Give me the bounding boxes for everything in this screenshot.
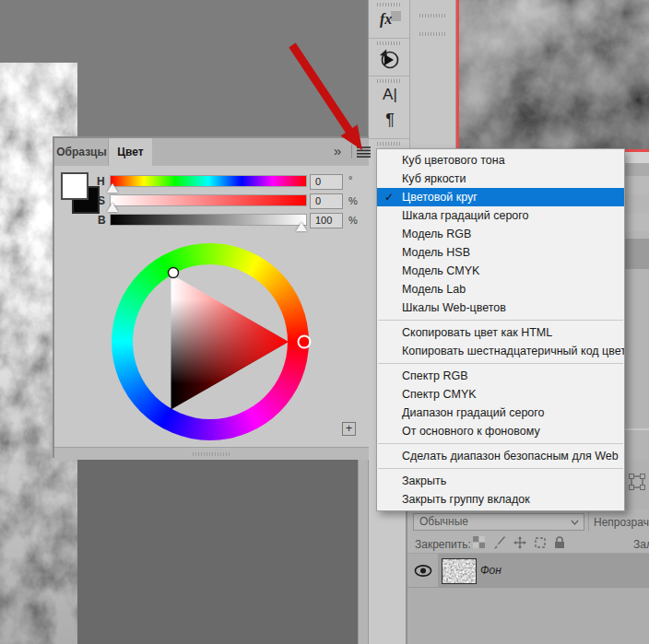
document-image-right xyxy=(456,0,649,152)
divider xyxy=(351,145,352,158)
brightness-slider-track[interactable] xyxy=(111,215,306,225)
tab-color[interactable]: Цвет xyxy=(109,138,152,166)
panel-row-fragment xyxy=(625,213,649,231)
saturation-slider-thumb[interactable] xyxy=(107,203,118,212)
panel-row-fragment xyxy=(625,194,649,213)
saturation-unit-label: % xyxy=(348,195,358,206)
visibility-cell[interactable] xyxy=(407,554,439,587)
add-swatch-button[interactable]: + xyxy=(342,422,356,436)
panel-resize-bar[interactable] xyxy=(54,447,369,460)
saturation-brightness-triangle[interactable] xyxy=(100,231,321,452)
layers-empty-area xyxy=(407,588,649,644)
collapse-panel-icon[interactable]: » xyxy=(334,143,339,158)
panel-row-fragment xyxy=(625,231,649,239)
lock-transparency-icon[interactable] xyxy=(472,535,488,551)
saturation-slider-label: S xyxy=(98,194,105,207)
brightness-slider-thumb[interactable] xyxy=(296,222,307,231)
strip-separator xyxy=(369,38,409,39)
hue-ring-cursor[interactable] xyxy=(299,336,311,348)
menu-item-make-websafe[interactable]: Сделать диапазон безопасным для Web xyxy=(377,447,624,465)
hue-unit-label: ° xyxy=(348,174,352,185)
panel-grip[interactable] xyxy=(377,142,401,146)
panel-grip[interactable] xyxy=(377,41,401,45)
lock-all-icon[interactable] xyxy=(553,535,569,551)
menu-item-fg-to-bg[interactable]: От основного к фоновому xyxy=(377,422,624,440)
lock-artboard-icon[interactable] xyxy=(533,535,549,551)
opacity-label: Непрозрачность: xyxy=(594,516,649,529)
menu-item-hsb-model[interactable]: Модель HSB xyxy=(377,243,624,262)
hue-slider-label: H xyxy=(97,175,105,188)
color-panel-context-menu: Куб цветового тона Куб яркости ✓ Цветово… xyxy=(376,148,625,511)
panel-row-fragment xyxy=(625,239,649,269)
panel-row-fragment xyxy=(625,152,649,163)
fill-label: Заливка: xyxy=(633,538,649,551)
menu-separator xyxy=(378,443,623,444)
strip-separator xyxy=(369,138,409,139)
fx-icon-label: fx xyxy=(380,11,392,28)
panel-grip[interactable] xyxy=(377,3,401,6)
blend-mode-select[interactable]: Обычные xyxy=(413,513,584,531)
menu-item-rgb-spectrum[interactable]: Спектр RGB xyxy=(377,367,624,385)
photoshop-workspace: fx A| ¶ xyxy=(0,0,649,644)
menu-item-close-tab-group[interactable]: Закрыть группу вкладок xyxy=(377,490,624,509)
menu-item-rgb-model[interactable]: Модель RGB xyxy=(377,225,624,243)
saturation-value-input[interactable]: 0 xyxy=(310,193,343,209)
menu-separator xyxy=(378,320,623,321)
tab-swatches[interactable]: Образцы xyxy=(55,138,109,166)
triangle-cursor[interactable] xyxy=(169,268,179,278)
menu-item-grayscale-range[interactable]: Диапазон градаций серого xyxy=(377,404,624,422)
menu-item-brightness-cube[interactable]: Куб яркости xyxy=(377,170,624,188)
menu-item-color-wheel[interactable]: ✓ Цветовой круг xyxy=(377,188,624,206)
panel-tab-bar: Образцы Цвет » xyxy=(54,138,369,166)
character-panel-icon[interactable]: A| xyxy=(369,86,411,104)
checkmark-icon: ✓ xyxy=(384,188,394,206)
menu-item-grayscale-ramp[interactable]: Шкала градаций серого xyxy=(377,206,624,225)
eye-icon xyxy=(414,565,432,577)
panel-grip[interactable] xyxy=(377,79,401,83)
panel-resize-grip[interactable] xyxy=(193,452,230,456)
menu-item-close[interactable]: Закрыть xyxy=(377,472,624,490)
layer-row-background[interactable]: Фон xyxy=(407,554,649,588)
fx-square-decor xyxy=(391,11,401,21)
menu-item-cmyk-spectrum[interactable]: Спектр CMYK xyxy=(377,385,624,404)
hue-slider-thumb[interactable] xyxy=(107,183,118,193)
photo-clouds-overlay xyxy=(459,0,649,149)
paragraph-panel-icon[interactable]: ¶ xyxy=(369,111,411,130)
hue-slider-track[interactable] xyxy=(111,176,306,186)
divider xyxy=(588,511,589,532)
saturation-slider-track[interactable] xyxy=(111,195,306,205)
panel-row-fragment xyxy=(625,176,649,194)
brightness-value-input[interactable]: 100 xyxy=(310,213,343,228)
menu-item-web-ramps[interactable]: Шкалы Web-цветов xyxy=(377,299,624,317)
panel-row-fragment xyxy=(625,430,649,461)
panel-column xyxy=(410,0,456,150)
panel-row-fragment xyxy=(625,269,649,428)
brightness-slider-label: B xyxy=(98,214,106,227)
transform-frame-icon[interactable] xyxy=(629,474,645,490)
layer-thumbnail[interactable] xyxy=(442,558,477,584)
menu-item-copy-as-html[interactable]: Скопировать цвет как HTML xyxy=(377,323,624,342)
menu-item-hue-cube[interactable]: Куб цветового тона xyxy=(377,151,624,170)
foreground-color-swatch[interactable] xyxy=(61,172,88,200)
history-panel-icon[interactable] xyxy=(379,49,401,71)
lock-position-move-icon[interactable] xyxy=(513,535,528,551)
layer-styles-fx-icon[interactable]: fx xyxy=(379,10,401,32)
color-panel: Образцы Цвет » H 0 ° S 0 % B 100 % xyxy=(53,136,369,458)
lock-pixels-brush-icon[interactable] xyxy=(492,535,508,551)
canvas-pasteboard-bottom xyxy=(77,458,358,644)
chevron-down-icon xyxy=(571,520,579,525)
panel-menu-button[interactable] xyxy=(356,145,372,159)
menu-item-cmyk-model[interactable]: Модель CMYK xyxy=(377,262,624,280)
menu-item-lab-model[interactable]: Модель Lab xyxy=(377,280,624,299)
brightness-unit-label: % xyxy=(348,215,358,226)
menu-item-copy-hex[interactable]: Копировать шестнадцатеричный код цвета xyxy=(377,342,624,360)
layer-name: Фон xyxy=(480,564,502,577)
layers-panel: Обычные Непрозрачность: Закрепить: Залив… xyxy=(406,509,649,644)
menu-separator xyxy=(378,363,623,364)
hue-value-input[interactable]: 0 xyxy=(310,174,343,190)
panel-grip[interactable] xyxy=(419,14,445,18)
panel-grip[interactable] xyxy=(419,32,445,36)
layer-thumbnail-image xyxy=(442,559,476,583)
hidden-panels-sliver xyxy=(625,152,649,509)
menu-item-label: Цветовой круг xyxy=(402,191,478,204)
